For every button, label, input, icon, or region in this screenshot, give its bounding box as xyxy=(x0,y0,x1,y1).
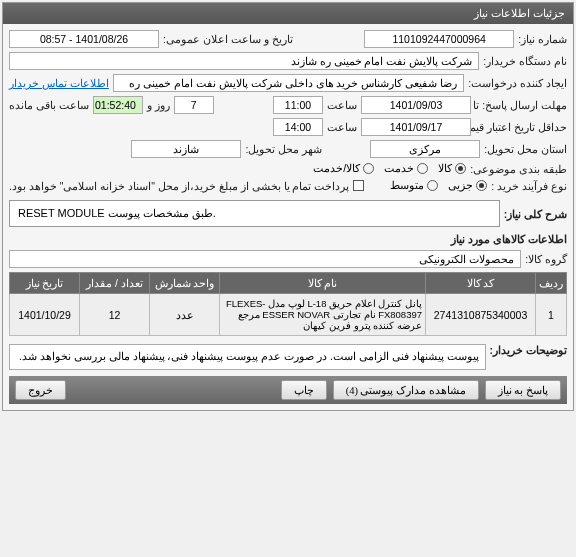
col-name: نام کالا xyxy=(220,273,426,294)
purchase-type-label: نوع فرآیند خرید : xyxy=(491,180,567,192)
cell-qty: 12 xyxy=(80,294,150,336)
exit-button[interactable]: خروج xyxy=(15,380,66,400)
radio-icon xyxy=(427,180,438,191)
col-code: کد کالا xyxy=(426,273,536,294)
requester-value: رضا شفیعی کارشناس خرید های داخلی شرکت پا… xyxy=(113,74,464,92)
remain-time-value: 01:52:40 xyxy=(93,96,143,114)
treasury-note: پرداخت تمام یا بخشی از مبلغ خرید،از محل … xyxy=(9,180,349,192)
buyer-notes-label: توضیحات خریدار: xyxy=(490,344,567,356)
topic-group-label: طبقه بندی موضوعی: xyxy=(470,163,567,175)
radio-motavaset[interactable]: متوسط xyxy=(390,179,438,192)
province-label: استان محل تحویل: xyxy=(484,143,567,155)
items-table: ردیف کد کالا نام کالا واحد شمارش تعداد /… xyxy=(9,272,567,336)
radio-icon xyxy=(363,163,374,174)
send-deadline-label: مهلت ارسال پاسخ: تا تاریخ: xyxy=(475,99,567,111)
radio-motavaset-label: متوسط xyxy=(390,179,424,192)
need-no-label: شماره نیاز: xyxy=(518,33,567,45)
print-button[interactable]: چاپ xyxy=(281,380,327,400)
col-qty: تعداد / مقدار xyxy=(80,273,150,294)
radio-khedmat[interactable]: خدمت xyxy=(384,162,428,175)
radio-kaala[interactable]: کالا xyxy=(438,162,466,175)
treasury-checkbox[interactable] xyxy=(353,180,363,191)
table-header-row: ردیف کد کالا نام کالا واحد شمارش تعداد /… xyxy=(10,273,567,294)
buyer-contact-link[interactable]: اطلاعات تماس خریدار xyxy=(9,77,109,89)
items-section-title: اطلاعات کالاهای مورد نیاز xyxy=(9,233,567,246)
topic-group-radios: کالا خدمت کالا/خدمت xyxy=(313,162,466,175)
cell-code: 2741310875340003 xyxy=(426,294,536,336)
reply-button[interactable]: پاسخ به نیاز xyxy=(485,380,561,400)
city-label: شهر محل تحویل: xyxy=(245,143,322,155)
footer-toolbar: پاسخ به نیاز مشاهده مدارک پیوستی (4) چاپ… xyxy=(9,376,567,404)
view-attachments-button[interactable]: مشاهده مدارک پیوستی (4) xyxy=(333,380,479,400)
need-title-value: RESET MODULE طبق مشخصات پیوست. xyxy=(9,200,500,227)
need-no-value: 1101092447000964 xyxy=(364,30,514,48)
validity-date: 1401/09/17 xyxy=(361,118,471,136)
radio-kaalakhedmat-label: کالا/خدمت xyxy=(313,162,360,175)
rooz-va-label: روز و xyxy=(147,99,170,111)
buyer-label: نام دستگاه خریدار: xyxy=(483,55,567,67)
remain-label: ساعت باقی مانده xyxy=(9,99,89,111)
saat-label-2: ساعت xyxy=(327,121,357,133)
radio-kaalakhedmat[interactable]: کالا/خدمت xyxy=(313,162,374,175)
col-unit: واحد شمارش xyxy=(150,273,220,294)
radio-icon xyxy=(455,163,466,174)
validity-time: 14:00 xyxy=(273,118,323,136)
cell-name: پانل کنترل اعلام حریق L-18 لوپ مدل FLEXE… xyxy=(220,294,426,336)
buyer-notes-value: پیوست پیشنهاد فنی الزامی است. در صورت عد… xyxy=(9,344,486,370)
cell-unit: عدد xyxy=(150,294,220,336)
cell-row: 1 xyxy=(536,294,567,336)
buyer-value: شرکت پالایش نفت امام خمینی ره شازند xyxy=(9,52,479,70)
city-value: شازند xyxy=(131,140,241,158)
radio-kaala-label: کالا xyxy=(438,162,452,175)
panel-title: جزئیات اطلاعات نیاز xyxy=(3,3,573,24)
goods-group-label: گروه کالا: xyxy=(525,253,567,265)
send-deadline-time: 11:00 xyxy=(273,96,323,114)
col-row: ردیف xyxy=(536,273,567,294)
table-row[interactable]: 1 2741310875340003 پانل کنترل اعلام حریق… xyxy=(10,294,567,336)
col-date: تاریخ نیاز xyxy=(10,273,80,294)
requester-label: ایجاد کننده درخواست: xyxy=(468,77,567,89)
need-title-label: شرح کلی نیاز: xyxy=(504,208,567,220)
radio-jozee[interactable]: جزیی xyxy=(448,179,487,192)
radio-khedmat-label: خدمت xyxy=(384,162,414,175)
province-value: مرکزی xyxy=(370,140,480,158)
days-left-value: 7 xyxy=(174,96,214,114)
radio-icon xyxy=(417,163,428,174)
goods-group-value: محصولات الکترونیکی xyxy=(9,250,521,268)
radio-icon xyxy=(476,180,487,191)
validity-label: حداقل تاریخ اعتبار قیمت: تا تاریخ: xyxy=(475,121,567,133)
public-datetime-value: 1401/08/26 - 08:57 xyxy=(9,30,159,48)
need-details-panel: جزئیات اطلاعات نیاز شماره نیاز: 11010924… xyxy=(2,2,574,411)
public-datetime-label: تاریخ و ساعت اعلان عمومی: xyxy=(163,33,293,45)
send-deadline-date: 1401/09/03 xyxy=(361,96,471,114)
purchase-type-radios: جزیی متوسط xyxy=(390,179,487,192)
cell-date: 1401/10/29 xyxy=(10,294,80,336)
saat-label-1: ساعت xyxy=(327,99,357,111)
radio-jozee-label: جزیی xyxy=(448,179,473,192)
